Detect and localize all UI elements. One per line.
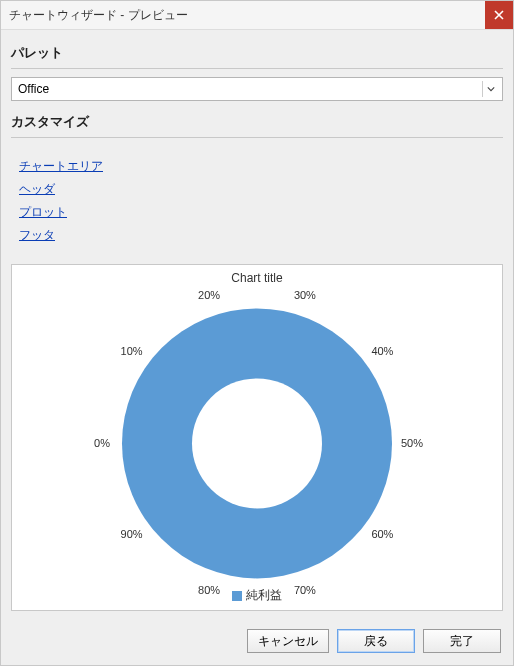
finish-button[interactable]: 完了 bbox=[423, 629, 501, 653]
legend-label: 純利益 bbox=[246, 588, 282, 602]
data-label: 0% bbox=[94, 437, 110, 449]
legend: 純利益 bbox=[232, 587, 282, 604]
customize-section-title: カスタマイズ bbox=[11, 113, 503, 131]
link-header[interactable]: ヘッダ bbox=[19, 181, 503, 198]
data-label: 60% bbox=[371, 528, 393, 540]
chart-wizard-window: チャートウィザード - プレビュー パレット カスタマイズ チャートエリア ヘッ… bbox=[0, 0, 514, 666]
palette-select[interactable] bbox=[11, 77, 503, 101]
divider bbox=[11, 137, 503, 138]
content-area: パレット カスタマイズ チャートエリア ヘッダ プロット フッタ Chart t… bbox=[1, 30, 513, 619]
donut-hole bbox=[192, 378, 322, 508]
link-footer[interactable]: フッタ bbox=[19, 227, 503, 244]
donut-ring bbox=[122, 308, 392, 578]
palette-select-wrap bbox=[11, 77, 503, 101]
data-label: 80% bbox=[198, 584, 220, 596]
data-label: 20% bbox=[198, 289, 220, 301]
data-label: 40% bbox=[371, 346, 393, 358]
data-label: 70% bbox=[294, 584, 316, 596]
close-button[interactable] bbox=[485, 1, 513, 29]
button-row: キャンセル 戻る 完了 bbox=[1, 619, 513, 665]
chart-title: Chart title bbox=[231, 271, 282, 285]
data-label: 30% bbox=[294, 289, 316, 301]
data-label: 90% bbox=[121, 528, 143, 540]
link-plot[interactable]: プロット bbox=[19, 204, 503, 221]
data-label: 50% bbox=[401, 437, 423, 449]
back-button[interactable]: 戻る bbox=[337, 629, 415, 653]
window-title: チャートウィザード - プレビュー bbox=[9, 7, 188, 24]
chart-preview: Chart title 0%10%20%30%40%50%60%70%80%90… bbox=[11, 264, 503, 611]
donut-chart: 0%10%20%30%40%50%60%70%80%90% bbox=[122, 308, 392, 578]
divider bbox=[11, 68, 503, 69]
legend-swatch bbox=[232, 591, 242, 601]
customize-links: チャートエリア ヘッダ プロット フッタ bbox=[19, 152, 503, 250]
data-label: 10% bbox=[121, 346, 143, 358]
cancel-button[interactable]: キャンセル bbox=[247, 629, 329, 653]
palette-section-title: パレット bbox=[11, 44, 503, 62]
titlebar: チャートウィザード - プレビュー bbox=[1, 1, 513, 30]
close-icon bbox=[494, 10, 504, 20]
link-chart-area[interactable]: チャートエリア bbox=[19, 158, 503, 175]
